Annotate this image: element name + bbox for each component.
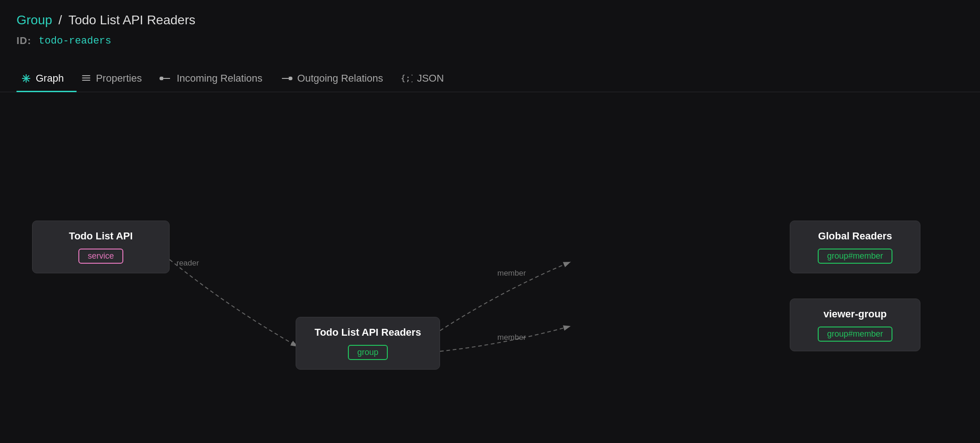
node-global-readers-title: Global Readers <box>818 230 892 242</box>
svg-line-8 <box>23 79 26 82</box>
tab-graph[interactable]: Graph <box>17 66 77 92</box>
json-icon: {;} <box>401 73 413 83</box>
svg-text:{;}: {;} <box>401 73 413 83</box>
svg-line-7 <box>27 76 29 78</box>
id-row: ID: todo-readers <box>17 35 963 47</box>
tab-outgoing-label: Outgoing Relations <box>297 72 383 84</box>
incoming-icon <box>159 74 172 83</box>
id-value: todo-readers <box>39 35 111 47</box>
node-todo-readers-badge: group <box>348 345 387 360</box>
svg-text:reader: reader <box>176 259 199 267</box>
svg-text:member: member <box>497 269 526 277</box>
breadcrumb-separator: / <box>59 13 66 27</box>
svg-line-5 <box>23 76 26 78</box>
tab-properties-label: Properties <box>96 72 142 84</box>
breadcrumb-current: Todo List API Readers <box>68 13 195 27</box>
tab-properties[interactable]: Properties <box>77 66 154 92</box>
tab-json-label: JSON <box>417 72 444 84</box>
graph-icon <box>21 73 31 83</box>
svg-rect-11 <box>82 80 90 81</box>
tab-incoming[interactable]: Incoming Relations <box>154 66 275 92</box>
node-todo-api-badge: service <box>78 249 123 264</box>
svg-rect-10 <box>82 78 90 78</box>
svg-line-6 <box>27 79 29 82</box>
node-todo-readers-title: Todo List API Readers <box>314 327 421 338</box>
node-viewer-group-title: viewer-group <box>823 308 886 320</box>
svg-text:member: member <box>497 333 526 342</box>
tab-incoming-label: Incoming Relations <box>176 72 262 84</box>
node-global-readers-badge: group#member <box>818 249 892 264</box>
header: Group / Todo List API Readers ID: todo-r… <box>0 0 980 52</box>
node-global-readers[interactable]: Global Readers group#member <box>790 221 920 273</box>
node-todo-readers[interactable]: Todo List API Readers group <box>296 317 440 370</box>
svg-rect-9 <box>82 75 90 76</box>
node-viewer-group-badge: group#member <box>818 327 892 342</box>
tab-outgoing[interactable]: Outgoing Relations <box>275 66 396 92</box>
outgoing-icon <box>280 74 293 83</box>
id-label: ID: <box>17 35 31 47</box>
properties-icon <box>81 73 91 83</box>
breadcrumb-link[interactable]: Group <box>17 13 52 27</box>
node-viewer-group[interactable]: viewer-group group#member <box>790 299 920 351</box>
node-todo-api[interactable]: Todo List API service <box>32 221 170 273</box>
tab-bar: Graph Properties Incoming Relations <box>0 66 980 92</box>
breadcrumb: Group / Todo List API Readers <box>17 13 963 28</box>
node-todo-api-title: Todo List API <box>69 230 132 242</box>
tab-json[interactable]: {;} JSON <box>396 66 457 92</box>
tab-graph-label: Graph <box>36 72 64 84</box>
graph-area: reader member member Todo List API servi… <box>0 97 980 418</box>
